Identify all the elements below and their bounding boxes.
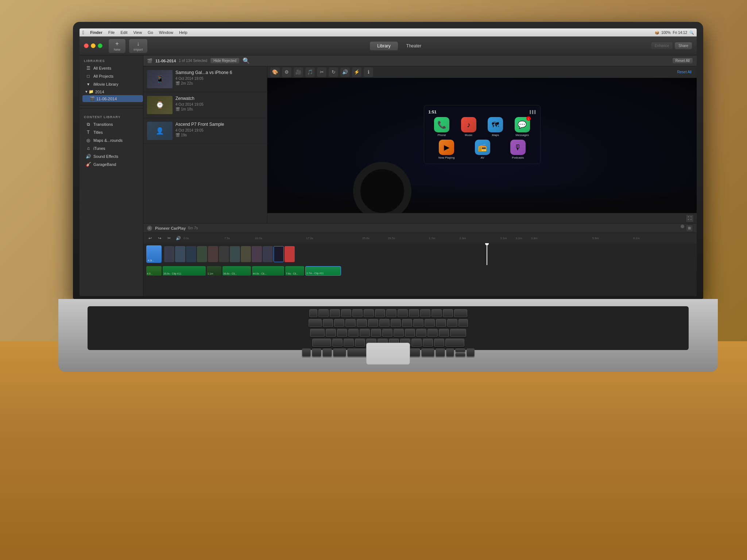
timeline-settings-icon[interactable]	[681, 225, 684, 228]
podcasts-app-icon[interactable]: 🎙	[510, 140, 526, 155]
sidebar-item-transitions[interactable]: ⧉ Transitions	[81, 120, 142, 128]
timeline-clip-1[interactable]: 4.9...	[146, 245, 162, 263]
key-f[interactable]	[360, 329, 370, 337]
help-menu[interactable]: Help	[179, 30, 187, 35]
thumb-8[interactable]	[241, 246, 251, 262]
window-menu[interactable]: Window	[159, 30, 173, 35]
key-l[interactable]	[416, 329, 426, 337]
key-up[interactable]	[455, 349, 465, 352]
key-shift-l[interactable]	[312, 339, 331, 347]
key-t[interactable]	[368, 319, 378, 327]
stabilization-btn[interactable]: ⚙	[282, 67, 291, 77]
maximize-button[interactable]	[98, 43, 102, 48]
key-left[interactable]	[446, 349, 454, 357]
sidebar-item-all-projects[interactable]: □ All Projects	[81, 72, 142, 80]
finder-menu[interactable]: Finder	[90, 30, 102, 35]
audio-clip-selected[interactable]: 2.7m - Clip #11	[305, 266, 341, 276]
key-8[interactable]	[398, 309, 408, 317]
key-period[interactable]	[423, 339, 433, 347]
key-down[interactable]	[455, 353, 465, 357]
detach-audio-btn[interactable]: 🔊	[174, 234, 183, 242]
key-4[interactable]	[352, 309, 363, 317]
edit-menu[interactable]: Edit	[120, 30, 127, 35]
share-button[interactable]: Share	[674, 42, 692, 50]
audio-clip-5[interactable]: 44.0s - Cli...	[252, 266, 284, 276]
hide-rejected-button[interactable]: Hide Rejected	[210, 58, 240, 64]
key-comma[interactable]	[411, 339, 422, 347]
key-p[interactable]	[425, 319, 435, 327]
info-btn[interactable]: ℹ	[364, 67, 373, 77]
menubar-search-icon[interactable]: 🔍	[689, 31, 694, 35]
key-return[interactable]	[450, 329, 466, 337]
key-u[interactable]	[391, 319, 401, 327]
key-k[interactable]	[405, 329, 415, 337]
thumb-5[interactable]	[208, 246, 218, 262]
key-r[interactable]	[357, 319, 367, 327]
key-c[interactable]	[355, 339, 365, 347]
key-3[interactable]	[341, 309, 351, 317]
thumb-6[interactable]	[219, 246, 229, 262]
sidebar-item-all-events[interactable]: ☰ All Events	[81, 64, 142, 72]
audio-clip-2[interactable]: 26.0s - Clip #11	[163, 266, 206, 276]
reset-all-button[interactable]: Reset All	[672, 58, 693, 64]
apple-menu[interactable]: 	[82, 30, 84, 35]
redo-btn[interactable]: ↪	[155, 234, 164, 242]
key-7[interactable]	[386, 309, 396, 317]
playhead[interactable]	[487, 243, 487, 265]
view-menu[interactable]: View	[133, 30, 142, 35]
av-app-icon[interactable]: 📻	[475, 140, 490, 155]
key-caps[interactable]	[310, 329, 325, 337]
key-a[interactable]	[326, 329, 336, 337]
theater-tab[interactable]: Theater	[399, 41, 429, 51]
key-right[interactable]	[467, 349, 475, 357]
key-y[interactable]	[379, 319, 390, 327]
thumb-red[interactable]	[285, 246, 295, 262]
reset-all-label[interactable]: Reset All	[675, 69, 694, 75]
key-i[interactable]	[402, 319, 412, 327]
sidebar-item-maps[interactable]: ◎ Maps &...rounds	[81, 136, 142, 144]
key-delete[interactable]	[454, 309, 467, 317]
key-ctrl[interactable]	[312, 349, 321, 357]
key-0[interactable]	[420, 309, 430, 317]
sidebar-item-garageband[interactable]: 🎸 GarageBand	[81, 160, 142, 168]
sidebar-item-sound-effects[interactable]: 🔊 Sound Effects	[81, 152, 142, 160]
key-g[interactable]	[371, 329, 381, 337]
key-z[interactable]	[332, 339, 342, 347]
phone-app-icon[interactable]: 📞	[434, 117, 449, 132]
thumb-4[interactable]	[197, 246, 207, 262]
key-cmd-r[interactable]	[421, 349, 434, 357]
key-h[interactable]	[382, 329, 392, 337]
key-tab[interactable]	[309, 319, 322, 327]
audio-clip-4[interactable]: 38.6s - Cli...	[222, 266, 251, 276]
key-bracket-l[interactable]	[436, 319, 446, 327]
key-w[interactable]	[334, 319, 344, 327]
key-option-r[interactable]	[436, 349, 445, 357]
key-j[interactable]	[394, 329, 404, 337]
color-tool-btn[interactable]: 🎨	[270, 67, 280, 77]
key-s[interactable]	[337, 329, 347, 337]
sidebar-item-titles[interactable]: T Titles	[81, 128, 142, 136]
maps-app-icon[interactable]: 🗺	[488, 117, 503, 132]
key-shift-r[interactable]	[445, 339, 464, 347]
undo-btn[interactable]: ↩	[146, 234, 154, 242]
key-semicolon[interactable]	[427, 329, 438, 337]
key-1[interactable]	[318, 309, 329, 317]
go-menu[interactable]: Go	[148, 30, 153, 35]
key-backslash[interactable]	[458, 319, 468, 327]
key-o[interactable]	[413, 319, 423, 327]
clip-item-ascend[interactable]: 👤 Ascend P7 Front Sample 4 Oct 2014 19:0…	[143, 118, 267, 144]
crop-btn[interactable]: ✂	[317, 67, 326, 77]
key-5[interactable]	[364, 309, 374, 317]
thumb-3[interactable]	[186, 246, 196, 262]
music-app-icon[interactable]: ♪	[461, 117, 476, 132]
speed-btn[interactable]: ⚡	[352, 67, 361, 77]
audio-clip-3[interactable]: 1.1m	[207, 266, 221, 276]
key-fn[interactable]	[302, 349, 311, 357]
key-e[interactable]	[345, 319, 356, 327]
key-2[interactable]	[330, 309, 340, 317]
split-btn[interactable]: ✂	[165, 234, 173, 242]
library-tab[interactable]: Library	[369, 41, 398, 51]
audio-clip-1[interactable]: 4.9...	[146, 266, 162, 276]
volume-btn[interactable]: 🔊	[340, 67, 350, 77]
sidebar-item-2014[interactable]: ▾ 📁 2014	[82, 88, 143, 95]
